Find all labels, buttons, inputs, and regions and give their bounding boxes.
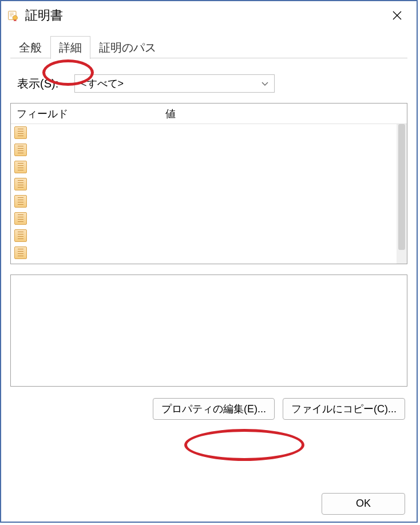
tab-label: 証明のパス [99,41,156,54]
tab-strip: 全般 詳細 証明のパス [10,37,407,58]
highlight-edit-properties [184,429,304,461]
field-icon [14,126,27,139]
list-scrollbar[interactable] [397,124,407,264]
scroll-thumb[interactable] [398,124,405,250]
list-item[interactable] [11,210,407,227]
fields-listbox[interactable]: フィールド 値 [10,103,407,264]
detail-value-box[interactable] [10,275,407,387]
tab-details[interactable]: 詳細 [50,36,90,59]
field-icon [14,161,27,173]
show-row: 表示(S): <すべて> [17,74,407,93]
tab-general[interactable]: 全般 [10,36,50,59]
list-item[interactable] [11,141,407,158]
header-field[interactable]: フィールド [11,107,160,121]
list-item[interactable] [11,176,407,193]
show-select-value: <すべて> [81,77,124,90]
show-select[interactable]: <すべて> [74,74,275,93]
field-icon [14,178,27,190]
tab-label: 全般 [19,41,42,54]
certificate-icon [7,9,19,22]
chevron-down-icon [261,79,268,88]
show-label: 表示(S): [17,76,74,92]
list-item[interactable] [11,158,407,176]
list-body [11,124,407,264]
list-item[interactable] [11,193,407,210]
list-header: フィールド 値 [11,104,407,124]
button-label: ファイルにコピー(C)... [291,402,397,416]
header-value[interactable]: 値 [160,107,407,121]
button-label: プロパティの編集(E)... [161,402,266,416]
field-icon [14,212,27,225]
titlebar: 証明書 [1,1,417,30]
ok-button[interactable]: OK [322,493,405,515]
dialog-body: 全般 詳細 証明のパス 表示(S): <すべて> フィールド 値 [1,30,417,485]
tab-certification-path[interactable]: 証明のパス [90,36,165,59]
button-row: プロパティの編集(E)... ファイルにコピー(C)... [10,398,407,420]
button-label: OK [356,498,371,510]
dialog-footer: OK [1,485,417,522]
field-icon [14,195,27,208]
field-icon [14,144,27,156]
close-icon [392,10,402,21]
svg-point-1 [13,15,17,20]
window-title: 証明書 [25,7,383,24]
list-item[interactable] [11,227,407,244]
edit-properties-button[interactable]: プロパティの編集(E)... [153,398,275,420]
field-icon [14,246,27,259]
close-button[interactable] [383,4,411,27]
list-item[interactable] [11,244,407,261]
certificate-dialog: 証明書 全般 詳細 証明のパス 表示(S): <すべて [0,0,418,523]
list-item[interactable] [11,124,407,141]
field-icon [14,229,27,242]
tab-label: 詳細 [59,41,82,54]
copy-to-file-button[interactable]: ファイルにコピー(C)... [283,398,405,420]
